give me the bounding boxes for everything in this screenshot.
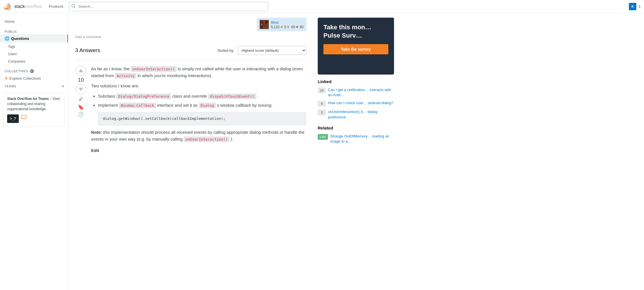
search-bar [69,2,268,11]
message-icon-button[interactable] [21,114,27,123]
downvote-button[interactable] [76,84,86,94]
sort-label: Sorted by: [218,48,234,53]
rep-score: 5,110 [271,25,280,29]
layout: Home PUBLIC 🌐 Questions Tags Users Compa… [0,13,644,290]
edit-heading: Edit [91,147,306,154]
solution-1: Subclass Dialog/DialogPreference class a… [98,93,306,100]
sidebar-item-tags[interactable]: Tags [0,42,68,50]
answer-meta-top: Bear 5,110 5 49 80 [75,18,306,31]
so-teams-box: Stack Overflow for Teams – Start collabo… [3,92,65,127]
take-survey-button[interactable]: Take the survey [323,44,388,54]
search-input[interactable] [69,2,268,11]
user-info: Bear 5,110 5 49 80 [271,20,303,29]
solutions-intro: Two solutions I know are: [91,83,306,89]
linked-item-1: 14 Can I get a notification… interacts w… [318,87,394,98]
rep-gold-count: 5 [284,25,286,29]
silver-dot [287,26,289,28]
solution-2: Implement Window.Callback interface and … [98,102,306,126]
answer-paragraph-1: As far as I know, the onUserInteraction(… [91,65,306,79]
svg-rect-12 [265,26,268,28]
sort-select[interactable]: Highest score (default) Trending (recent… [238,46,306,55]
linked-link-1[interactable]: Can I get a notification… interacts with… [328,87,394,98]
globe-icon: 🌐 [5,36,9,41]
linked-count-1: 14 [318,88,326,93]
svg-rect-4 [261,21,263,23]
products-nav[interactable]: Products [46,0,65,13]
linked-item-3: 3 onUserInteraction() d… dialog preferen… [318,109,394,120]
user-card: Bear 5,110 5 49 80 [257,18,306,31]
sidebar-section-collectives: COLLECTIVES i [0,65,68,74]
related-section: Related 1382 Strange OutOfMemory… loadin… [318,126,394,144]
search-icon [71,4,75,9]
logo[interactable]: stackoverflow [3,1,42,12]
sort-row: Sorted by: Highest score (default) Trend… [218,46,306,55]
inline-code-6: Dialog [199,103,216,108]
note-paragraph: Note: this implementation should process… [91,129,306,143]
close-icon[interactable]: ✕ [61,84,65,89]
answer-body: As far as I know, the onUserInteraction(… [91,65,306,154]
terminal-button[interactable]: >_? [7,114,19,123]
sidebar-item-explore-collectives[interactable]: ★ Explore Collectives [0,74,68,82]
svg-rect-9 [265,23,268,26]
sidebar-item-users[interactable]: Users [0,50,68,57]
linked-title: Linked [318,79,394,84]
vote-count: 10 [78,77,84,83]
related-title: Related [318,126,394,130]
add-comment-link[interactable]: Add a comment [75,35,306,39]
header-right: K 1 [629,3,641,10]
ad-title: Take this mon… Pulse Surv… [323,23,388,40]
inline-code-5: Window.Callback [119,103,156,108]
inline-code-4: dispatchTouchEvent() [208,94,256,99]
accepted-checkmark: ✓ [78,96,83,103]
related-item-1: 1382 Strange OutOfMemory… loading an ima… [318,134,394,144]
rep-silver-count: 49 [291,25,295,29]
svg-rect-5 [263,21,265,23]
answer-item: 10 ✓ 🔖 🕐 As far as I know, the onUserInt… [75,61,306,159]
stackoverflow-logo-icon [3,1,13,12]
inline-code-1: onUserInteraction() [131,66,177,72]
logo-text: stackoverflow [14,4,42,9]
svg-rect-8 [263,23,265,26]
linked-count-2: 4 [318,101,326,106]
user-avatar-bear [260,20,269,29]
main-content: Bear 5,110 5 49 80 Add a comment 3 A [68,13,313,290]
inline-code-7: onUserInteraction() [184,137,229,142]
notification-count[interactable]: 1 [639,5,641,9]
linked-count-3: 3 [318,110,326,115]
rep-bronze-count: 80 [300,25,303,29]
sidebar-item-companies[interactable]: Companies [0,57,68,65]
related-link-1[interactable]: Strange OutOfMemory… loading an image to… [330,134,394,144]
ad-box: Take this mon… Pulse Surv… Take the surv… [318,18,394,75]
header: stackoverflow Products K 1 [0,0,644,13]
answers-count: 3 Answers [75,47,100,54]
svg-rect-10 [261,26,263,28]
code-block-1: dialog.getWindow().setCallback(callbackI… [98,112,306,126]
related-count-1: 1382 [318,134,328,140]
sidebar: Home PUBLIC 🌐 Questions Tags Users Compa… [0,13,68,290]
star-icon: ★ [5,76,8,81]
user-reputation: 5,110 5 49 80 [271,25,303,29]
bronze-dot [296,26,298,28]
user-avatar[interactable]: K [629,3,636,10]
history-button[interactable]: 🕐 [78,112,84,117]
sidebar-item-home[interactable]: Home [0,18,68,25]
bookmark-button[interactable]: 🔖 [78,104,84,110]
svg-rect-6 [265,21,268,23]
info-icon[interactable]: i [30,69,34,73]
linked-link-2[interactable]: How can I check user… android dialog? [328,100,393,106]
upvote-button[interactable] [76,65,86,76]
products-label: Products [49,4,63,9]
user-name[interactable]: Bear [271,20,303,24]
vote-column: 10 ✓ 🔖 🕐 [75,65,87,154]
inline-code-2: Activity [115,73,136,79]
linked-link-3[interactable]: onUserInteraction() d… dialog preference [328,109,394,120]
svg-rect-11 [263,26,265,28]
teams-cta: >_? [7,114,61,123]
svg-rect-7 [261,23,263,26]
gold-dot [281,26,283,28]
inline-code-3: Dialog/DialogPreference [116,94,171,99]
linked-section: Linked 14 Can I get a notification… inte… [318,79,394,120]
solutions-list: Subclass Dialog/DialogPreference class a… [98,93,306,126]
sidebar-item-questions[interactable]: 🌐 Questions [0,34,68,42]
linked-item-2: 4 How can I check user… android dialog? [318,100,394,106]
